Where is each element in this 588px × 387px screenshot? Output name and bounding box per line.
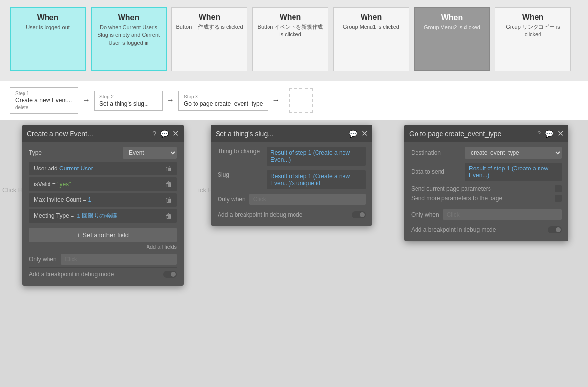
send-more-label: Send more parameters to the page [411,195,502,202]
only-when-row-3: Only when [411,209,562,220]
panel-goto-header: Go to page create_event_type ? 💬 ✕ [404,125,568,142]
send-current-checkbox[interactable] [555,185,562,192]
field-user-add: User add Current User 🗑 [29,162,177,175]
when-card-card-2[interactable]: When Do when Current User's Slug is empt… [91,7,167,71]
slug-close-icon[interactable]: ✕ [361,129,368,138]
panel-slug-icons: 💬 ✕ [349,129,368,138]
step-box-1[interactable]: Step 1 Create a new Event... delete [10,87,78,114]
only-when-label-3: Only when [411,211,439,218]
debug-label-1: Add a breakpoint in debug mode [29,271,114,278]
only-when-input-1[interactable] [61,254,177,265]
when-card-title-card-2: When [118,13,140,22]
when-card-card-7[interactable]: When Group リンクコピー is clicked [495,7,571,71]
isvalid-delete[interactable]: 🗑 [165,180,172,188]
panel-slug: Set a thing's slug... 💬 ✕ Thing to chang… [211,125,372,226]
send-current-label: Send current page parameters [411,185,491,192]
panel-create-title: Create a new Event... [27,130,93,138]
add-all-fields[interactable]: Add all fields [29,244,177,250]
when-card-title-card-7: When [522,13,544,22]
goto-help-icon[interactable]: ? [537,130,541,138]
isvalid-label: isValid = "yes" [34,181,71,188]
when-card-card-4[interactable]: When Button イベントを新規作成 is clicked [252,7,328,71]
when-card-card-6[interactable]: When Group Menu2 is clicked [414,7,490,71]
only-when-input-2[interactable] [249,194,366,205]
when-card-subtitle-card-1: User is logged out [26,24,70,31]
click-h-label: Click H [0,184,25,196]
destination-row: Destination create_event_type [411,147,562,159]
when-card-card-3[interactable]: When Button + 作成する is clicked [172,7,247,71]
panel-goto-title: Go to page create_event_type [409,130,501,138]
debug-toggle-1[interactable] [163,271,177,278]
when-card-subtitle-card-2: Do when Current User's Slug is empty and… [96,24,162,47]
step-label-1: Step 1 [15,91,73,96]
thing-value: Result of step 1 (Create a new Even...) [267,147,366,166]
panel-create-body: Type Event User add Current User 🗑 isVal… [22,142,184,286]
meeting-type-delete[interactable]: 🗑 [165,212,172,220]
separator-goto [411,205,562,205]
step-delete-1[interactable]: delete [15,105,73,110]
step-name-2: Set a thing's slug... [99,100,157,107]
steps-wrapper: Step 1 Create a new Event... delete → St… [0,81,588,120]
slug-label: Slug [218,170,262,178]
help-icon[interactable]: ? [152,130,156,138]
debug-toggle-3[interactable] [548,226,562,233]
panel-create-icons: ? 💬 ✕ [152,129,179,138]
when-card-title-card-5: When [361,13,382,22]
destination-label: Destination [411,149,460,156]
step-box-3[interactable]: Step 3 Go to page create_event_type [178,91,268,111]
step-box-2[interactable]: Step 2 Set a thing's slug... [94,91,163,111]
when-card-title-card-3: When [199,13,220,22]
max-invitee-delete[interactable]: 🗑 [165,196,172,204]
add-step-area[interactable] [289,88,313,113]
panel-goto-body: Destination create_event_type Data to se… [404,142,568,241]
main-area: Click H ick H Create a new Event... ? 💬 … [0,120,588,387]
panel-slug-header: Set a thing's slug... 💬 ✕ [211,125,372,142]
step-name-1: Create a new Event... [15,97,73,104]
user-add-delete[interactable]: 🗑 [165,165,172,172]
when-card-card-1[interactable]: When User is logged out [10,7,86,71]
debug-row-3: Add a breakpoint in debug mode [411,223,562,236]
slug-value: Result of step 1 (Create a new Even...)'… [267,170,366,189]
when-card-subtitle-card-3: Button + 作成する is clicked [176,24,243,31]
when-card-card-5[interactable]: When Group Menu1 is clicked [333,7,409,71]
panel-goto-icons: ? 💬 ✕ [537,129,564,138]
debug-label-2: Add a breakpoint in debug mode [218,211,302,218]
slug-chat-icon[interactable]: 💬 [349,130,357,138]
only-when-row-1: Only when [29,254,177,265]
step-label-3: Step 3 [184,94,263,99]
panel-slug-body: Thing to change Result of step 1 (Create… [211,142,372,226]
type-label: Type [29,149,42,156]
max-invitee-label: Max Invitee Count = 1 [34,196,91,203]
step-label-2: Step 2 [99,94,157,99]
data-to-send-value: Result of step 1 (Create a new Even...) [465,163,562,181]
when-card-title-card-1: When [37,13,59,22]
type-select[interactable]: Event [123,147,177,159]
chat-icon[interactable]: 💬 [160,130,169,138]
panel-goto: Go to page create_event_type ? 💬 ✕ Desti… [404,125,568,241]
thing-label: Thing to change [218,147,262,155]
close-icon[interactable]: ✕ [172,129,179,138]
only-when-label-2: Only when [218,196,245,203]
when-card-title-card-4: When [280,13,301,22]
only-when-row-2: Only when [218,194,366,205]
field-isvalid: isValid = "yes" 🗑 [29,177,177,191]
panel-create-header: Create a new Event... ? 💬 ✕ [22,125,184,142]
set-another-button[interactable]: + Set another field [29,228,177,242]
debug-label-3: Add a breakpoint in debug mode [411,226,496,233]
when-cards-area: When User is logged out When Do when Cur… [0,0,588,81]
user-add-label: User add Current User [34,165,93,172]
send-more-checkbox[interactable] [555,195,562,202]
when-card-title-card-6: When [441,13,463,22]
steps-area: Step 1 Create a new Event... delete → St… [0,81,588,120]
field-max-invitee: Max Invitee Count = 1 🗑 [29,193,177,207]
destination-select[interactable]: create_event_type [465,147,562,159]
type-row: Type Event [29,147,177,159]
debug-row-2: Add a breakpoint in debug mode [218,208,366,221]
goto-close-icon[interactable]: ✕ [557,129,564,138]
step-arrow-2: → [167,96,174,105]
send-more-row: Send more parameters to the page [411,195,562,202]
meeting-type-label: Meeting Type = １回限りの会議 [34,212,117,220]
goto-chat-icon[interactable]: 💬 [545,130,553,138]
only-when-input-3[interactable] [443,209,562,220]
debug-toggle-2[interactable] [352,211,366,218]
